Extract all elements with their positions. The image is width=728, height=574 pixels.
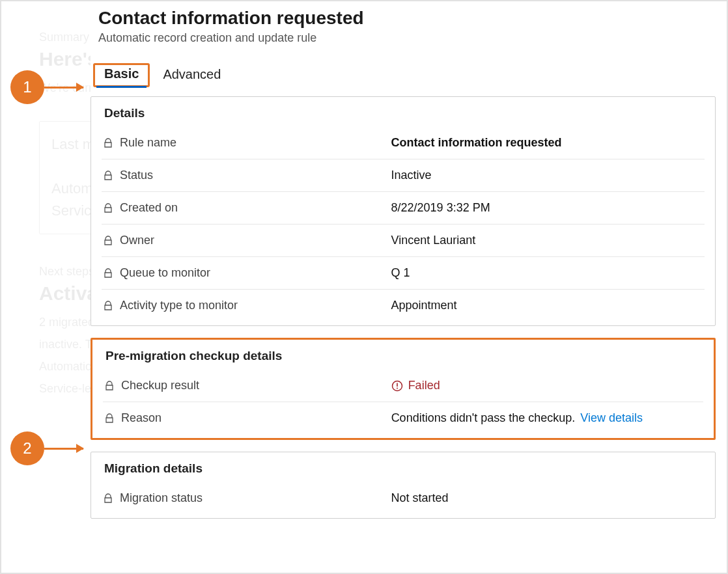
label-checkup-result: Checkup result <box>121 379 199 392</box>
label-created: Created on <box>120 201 178 215</box>
value-migration-status: Not started <box>391 491 703 505</box>
row-activity: Activity type to monitor Appointment <box>102 290 705 321</box>
page-title: Contact information requested <box>98 8 716 29</box>
value-checkup-result: Failed <box>408 379 440 392</box>
row-owner: Owner Vincent Lauriant <box>102 225 705 257</box>
tab-basic[interactable]: Basic <box>96 62 147 88</box>
checkup-card: Pre-migration checkup details Checkup re… <box>91 338 716 440</box>
lock-icon <box>103 268 113 279</box>
callout-box-1: Basic <box>93 63 150 87</box>
row-queue: Queue to monitor Q 1 <box>102 257 705 290</box>
value-status: Inactive <box>391 169 703 182</box>
tab-advanced[interactable]: Advanced <box>155 63 229 87</box>
callout-2: 2 <box>10 431 83 465</box>
row-checkup-reason: Reason Conditions didn't pass the checku… <box>103 402 703 434</box>
row-rule-name: Rule name Contact information requested <box>102 127 705 159</box>
failed-status: Failed <box>391 379 440 392</box>
tabs: Basic Advanced <box>93 63 716 87</box>
value-queue: Q 1 <box>391 266 703 280</box>
label-checkup-reason: Reason <box>121 411 161 425</box>
page-subtitle: Automatic record creation and update rul… <box>98 31 716 45</box>
lock-icon <box>103 203 113 213</box>
value-checkup-reason: Conditions didn't pass the checkup. <box>391 411 576 425</box>
value-activity: Appointment <box>391 299 703 312</box>
label-activity: Activity type to monitor <box>120 299 238 312</box>
value-rule-name: Contact information requested <box>391 136 703 150</box>
row-status: Status Inactive <box>102 159 705 192</box>
arrow-icon <box>44 87 83 89</box>
label-owner: Owner <box>120 234 154 247</box>
checkup-title: Pre-migration checkup details <box>105 349 703 363</box>
details-card: Details Rule name Contact information re… <box>91 96 716 326</box>
lock-icon <box>103 301 113 311</box>
callout-1: 1 <box>10 70 83 104</box>
svg-point-2 <box>397 387 398 389</box>
details-title: Details <box>104 106 705 120</box>
value-created: 8/22/2019 3:32 PM <box>391 201 703 215</box>
lock-icon <box>104 413 115 424</box>
record-panel: Contact information requested Automatic … <box>91 8 716 530</box>
migration-title: Migration details <box>104 461 705 476</box>
lock-icon <box>103 171 113 181</box>
callout-badge-2: 2 <box>10 431 44 465</box>
label-status: Status <box>120 169 153 182</box>
row-migration-status: Migration status Not started <box>102 482 705 514</box>
label-migration-status: Migration status <box>120 491 203 505</box>
lock-icon <box>103 236 113 246</box>
row-checkup-result: Checkup result Failed <box>103 370 703 402</box>
label-queue: Queue to monitor <box>120 266 210 280</box>
lock-icon <box>103 493 113 504</box>
row-created: Created on 8/22/2019 3:32 PM <box>102 192 705 225</box>
value-owner: Vincent Lauriant <box>391 234 703 247</box>
lock-icon <box>103 138 113 148</box>
lock-icon <box>104 381 115 391</box>
error-icon <box>391 380 403 392</box>
label-rule-name: Rule name <box>120 136 176 150</box>
callout-badge-1: 1 <box>10 70 44 104</box>
arrow-icon <box>44 448 83 450</box>
migration-card: Migration details Migration status Not s… <box>91 452 716 519</box>
view-details-link[interactable]: View details <box>580 411 643 425</box>
